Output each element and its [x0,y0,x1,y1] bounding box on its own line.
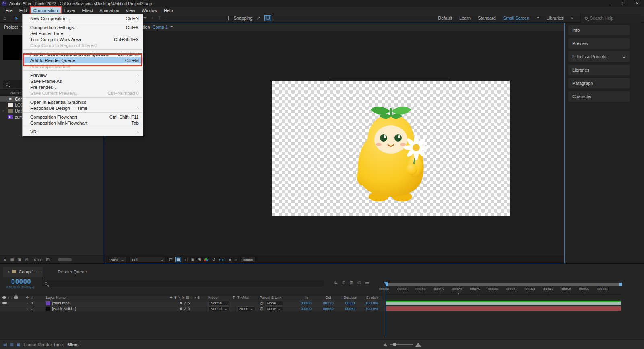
menubar-item-layer[interactable]: Layer [61,7,79,14]
zoom-slider-track[interactable] [390,344,413,345]
new-composition-icon[interactable]: ▣ [18,257,21,262]
snapping-checkbox[interactable] [228,16,232,20]
motion-blur-icon[interactable]: ✇ [357,280,361,285]
graph-editor-icon[interactable]: ▭ [365,280,369,285]
pick-whip-icon[interactable]: @ [260,301,264,305]
timeline-search-field[interactable] [42,280,324,287]
workspace-default[interactable]: Default [438,16,452,21]
eye-icon[interactable] [2,302,7,304]
collapse-icon[interactable]: ✱ [174,296,177,300]
layer-row-zumi-mp4[interactable]: ›1[zumi.mp4]❖╱fxNormal⌄@None⌄00000002100… [0,300,382,306]
menu-item-composition-flowchart[interactable]: Composition FlowchartCtrl+Shift+F11 [23,114,143,120]
label-column-header[interactable]: ❖ [23,296,31,300]
layer-name[interactable]: [Black Solid 1] [40,306,164,311]
work-area-end-handle[interactable] [619,283,622,286]
panel-effects-presets[interactable]: Effects & Presets≡ [568,51,630,62]
scrollbar-thumb[interactable] [58,258,72,261]
frame-blending-icon[interactable]: ⊞ [349,280,353,285]
current-time-display[interactable]: 00000 [11,278,31,285]
duration-column-header[interactable]: Duration [339,296,361,300]
menubar-item-help[interactable]: Help [161,7,176,14]
video-visibility-header-icon[interactable] [2,296,6,299]
workspace-overflow-icon[interactable]: » [571,16,573,21]
menubar-item-composition[interactable]: Composition [30,7,61,14]
fx-toggle-icon[interactable]: fx [187,301,190,305]
out-column-header[interactable]: Out [317,296,339,300]
in-value[interactable]: 00000 [295,301,317,305]
trkmat-dropdown[interactable]: None⌄ [237,306,255,311]
workspace-libraries[interactable]: Libraries [547,16,564,21]
stretch-value[interactable]: 100.0% [361,301,382,305]
composition-mini-flowchart-icon[interactable]: ≋ [334,280,338,285]
duration-value[interactable]: 00061 [339,306,361,311]
snapshot-camera-icon[interactable]: ◙ [229,257,231,262]
region-of-interest-viewer-icon[interactable]: ◁ [184,257,188,262]
viewer-tab-menu-icon[interactable]: ≡ [170,25,173,29]
layer-label-swatch[interactable]: › [23,306,31,311]
effects-icon[interactable]: fx [182,296,184,300]
menubar-item-view[interactable]: View [122,7,138,14]
render-queue-tab[interactable]: Render Queue [54,267,91,277]
quality-toggle-icon[interactable]: ╱ [184,306,186,311]
panel-character[interactable]: Character [568,91,630,102]
exposure-value[interactable]: +0.0 [219,258,226,262]
transparency-grid-icon[interactable]: ▣ [191,257,194,262]
panel-paragraph[interactable]: Paragraph [568,78,630,88]
menu-item-composition-settings[interactable]: Composition Settings...Ctrl+K [23,24,143,30]
menu-item-set-poster-time[interactable]: Set Poster Time [23,30,143,36]
mode-column-header[interactable]: Mode [205,296,233,300]
grid-guides-icon[interactable]: ⊡ [169,257,172,262]
three-d-layer-icon[interactable]: ⊗ [197,296,200,300]
shy-icon[interactable]: ❖ [169,296,173,300]
menu-item-vr[interactable]: VR› [23,129,143,135]
stretch-value[interactable]: 100.0% [361,306,382,311]
home-icon[interactable]: ⌂ [3,16,6,21]
adjustment-layer-icon[interactable]: ◑ [194,296,196,300]
mode-dropdown[interactable]: Normal⌄ [208,301,229,306]
mask-visibility-icon[interactable]: ▦ [175,257,181,262]
t-column-header[interactable]: T [233,296,237,300]
frame-blend-icon[interactable]: ▦ [186,296,189,300]
shy-toggle-icon[interactable]: ❖ [179,306,183,311]
panel-preview[interactable]: Preview [568,38,630,49]
workspace-small-screen[interactable]: Small Screen [503,16,529,21]
out-value[interactable]: 00210 [317,301,339,305]
menubar-item-window[interactable]: Window [138,7,161,14]
number-column-header[interactable]: # [31,296,40,300]
layer-name-column-header[interactable]: Layer Name [40,296,164,300]
new-folder-icon[interactable]: ▦ [10,257,14,262]
zoom-slider-knob[interactable] [393,343,396,346]
layer-visibility-cell[interactable] [0,302,23,304]
menubar-item-edit[interactable]: Edit [16,7,30,14]
viewer-tab-comp-name[interactable]: Comp 1 [153,25,168,29]
viewer-timecode[interactable]: 00000 [240,257,256,263]
quality-icon[interactable]: ╲ [178,296,180,300]
menu-item-trim-comp-to-work-area[interactable]: Trim Comp to Work AreaCtrl+Shift+X [23,36,143,42]
delete-trash-icon[interactable]: ⊡ [46,257,49,262]
exposure-reset-icon[interactable]: ↺ [212,257,215,262]
in-column-header[interactable]: In [295,296,317,300]
maximize-button[interactable]: ▢ [617,1,630,6]
expand-arrow-icon[interactable]: › [27,302,28,305]
workspace-menu-icon[interactable]: ≡ [537,16,539,21]
lock-header-icon[interactable] [14,296,18,299]
channel-rgb-icon[interactable] [204,258,208,262]
playhead[interactable] [384,282,388,338]
workspace-standard[interactable]: Standard [478,16,496,21]
menu-item-new-composition[interactable]: New Composition...Ctrl+N [23,15,143,21]
camera-wireframe-icon[interactable]: ⊞ [198,257,201,262]
quality-toggle-icon[interactable]: ╱ [184,301,186,305]
menu-item-pre-render[interactable]: Pre-render... [23,84,143,90]
workspace-learn[interactable]: Learn [459,16,471,21]
close-button[interactable]: ✕ [630,1,644,6]
menu-item-responsive-design-time[interactable]: Responsive Design — Time› [23,105,143,111]
adjust-icon[interactable]: ✇ [25,257,28,262]
project-tab[interactable]: Project [4,25,18,29]
layer-switches[interactable]: ❖╱fx [164,301,205,305]
menubar-item-animation[interactable]: Animation [96,7,122,14]
fx-toggle-icon[interactable]: fx [187,306,190,311]
trkmat-column-header[interactable]: TrkMat [237,296,260,300]
parent-dropdown[interactable]: None⌄ [265,306,283,311]
menubar-item-effect[interactable]: Effect [78,7,96,14]
bit-depth-label[interactable]: 16 bpc [32,258,43,262]
